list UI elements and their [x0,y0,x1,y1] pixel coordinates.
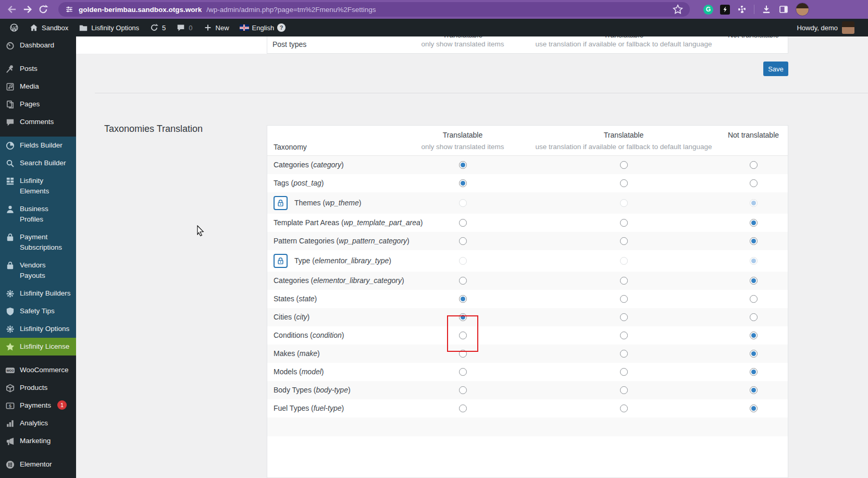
radio-not_translatable-make[interactable] [750,350,758,358]
sidebar-item-lisfinity-options[interactable]: Lisfinity Options [0,320,76,338]
radio-only_translated-body-type[interactable] [459,386,467,394]
radio-not_translatable-category[interactable] [750,161,758,169]
sidebar-item-elementor[interactable]: Elementor [0,456,76,473]
downloads-icon[interactable] [761,4,772,15]
lightning-extension-icon[interactable] [720,5,730,15]
pin-icon [5,64,15,74]
radio-only_translated-post_tag[interactable] [459,179,467,187]
radio-not_translatable-wp_pattern_category[interactable] [750,237,758,245]
save-button[interactable]: Save [763,62,788,76]
radio-not_translatable-fuel-type[interactable] [750,405,758,412]
lock-icon [274,196,288,210]
help-icon[interactable]: ? [277,23,286,32]
taxonomy-label: Models (model) [274,366,441,377]
box-icon [5,383,15,393]
sidebar-item-comments[interactable]: Comments [0,113,76,131]
wp-logo-menu[interactable] [5,19,23,36]
radio-not_translatable-elementor_library_category[interactable] [750,277,758,285]
sidebar-item-payment-subscriptions[interactable]: Payment Subscriptions [0,228,76,256]
admin-bar-account[interactable]: Howdy, demo [797,21,863,34]
folder-icon [79,23,88,32]
refresh-icon[interactable] [38,4,49,15]
radio-only_translated-wp_template_part_area[interactable] [459,219,467,227]
side-panel-icon[interactable] [778,4,789,15]
sidebar-item-templates[interactable]: Templates [0,473,76,478]
post-types-col3-sub: use translation if available or fallback… [535,40,712,48]
radio-not_translatable-city[interactable] [750,313,758,321]
radio-only_translated-wp_pattern_category[interactable] [459,237,467,245]
site-name-menu[interactable]: Sandbox [25,19,72,36]
taxonomy-label: Body Types (body-type) [274,385,441,396]
site-info-icon[interactable] [65,5,74,14]
section-divider [95,93,868,93]
col2-title: Translatable [443,131,483,139]
radio-fallback-wp_pattern_category[interactable] [620,237,628,245]
updates-menu[interactable]: 5 [145,19,170,36]
sidebar-item-lisfinity-elements[interactable]: Lisfinity Elements [0,172,76,200]
sidebar-item-payments[interactable]: $Payments1 [0,397,76,414]
radio-fallback-category[interactable] [620,161,628,169]
taxonomy-row-elementor_library_type: Type (elementor_library_type) [267,250,788,272]
sidebar-item-media[interactable]: Media [0,78,76,95]
sidebar-item-safety-tips[interactable]: Safety Tips [0,302,76,320]
radio-only_translated-fuel-type[interactable] [459,405,467,412]
back-icon[interactable] [6,4,18,15]
radio-not_translatable-state[interactable] [750,295,758,303]
sidebar-item-lisfinity-builders[interactable]: Lisfinity Builders [0,285,76,302]
radio-fallback-fuel-type[interactable] [620,405,628,412]
sidebar-item-label: Business Profiles [20,204,73,225]
radio-not_translatable-condition[interactable] [750,332,758,339]
radio-fallback-post_tag[interactable] [620,179,628,187]
taxonomy-row-elementor_library_category: Categories (elementor_library_category) [267,272,788,290]
radio-fallback-body-type[interactable] [620,386,628,394]
plus-icon [203,23,213,32]
radio-only_translated-model[interactable] [459,368,467,376]
radio-fallback-make[interactable] [620,350,628,358]
bookmark-star-icon[interactable] [672,4,684,15]
radio-fallback-condition[interactable] [620,332,628,339]
sidebar-item-business-profiles[interactable]: Business Profiles [0,200,76,228]
sidebar-item-posts[interactable]: Posts [0,60,76,78]
taxonomy-row-cutoff [267,436,788,455]
taxonomy-label: Categories (category) [274,160,441,170]
pages-icon [5,100,15,109]
sidebar-item-vendors-payouts[interactable]: Vendors Payouts [0,256,76,285]
sidebar-item-products[interactable]: Products [0,379,76,397]
address-bar[interactable]: golden-berimbau.sandbox.otgs.work/wp-adm… [58,2,690,17]
sidebar-item-pages[interactable]: Pages [0,95,76,113]
taxonomy-row-wp_theme: Themes (wp_theme) [267,192,788,214]
sidebar-item-marketing[interactable]: Marketing [0,432,76,450]
sidebar-item-dashboard[interactable]: Dashboard [0,36,76,54]
sidebar-item-analytics[interactable]: Analytics [0,414,76,432]
sidebar-item-label: Products [20,383,47,393]
radio-fallback-wp_template_part_area[interactable] [620,219,628,227]
browser-profile-avatar[interactable] [796,3,809,16]
sidebar-item-lisfinity-license[interactable]: Lisfinity License [0,338,76,356]
new-content-menu[interactable]: New [199,19,233,36]
radio-only_translated-elementor_library_category[interactable] [459,277,467,285]
forward-icon[interactable] [22,4,33,15]
language-switcher[interactable]: English? [235,19,290,36]
bars-icon [5,419,15,428]
radio-fallback-model[interactable] [620,368,628,376]
radio-only_translated-category[interactable] [459,161,467,169]
radio-fallback-city[interactable] [620,313,628,321]
radio-fallback-elementor_library_category[interactable] [620,277,628,285]
lock-icon [274,254,288,268]
sidebar-item-woocommerce[interactable]: WOOWooCommerce [0,361,76,379]
radio-not_translatable-wp_template_part_area[interactable] [750,219,758,227]
sidebar-item-search-builder[interactable]: Search Builder [0,154,76,172]
comments-menu[interactable]: 0 [172,19,196,36]
sidebar-item-label: Lisfinity Elements [20,176,73,197]
sidebar-item-fields-builder[interactable]: Fields Builder [0,137,76,154]
radio-fallback-wp_theme [620,199,628,207]
lisfinity-options-menu[interactable]: Lisfinity Options [75,19,143,36]
radio-not_translatable-model[interactable] [750,368,758,376]
bag-icon [5,261,15,271]
radio-not_translatable-post_tag[interactable] [750,179,758,187]
grammarly-extension-icon[interactable]: G [703,5,713,15]
extensions-puzzle-icon[interactable] [737,4,747,15]
radio-only_translated-state[interactable] [459,295,467,303]
radio-not_translatable-body-type[interactable] [750,386,758,394]
radio-fallback-state[interactable] [620,295,628,303]
